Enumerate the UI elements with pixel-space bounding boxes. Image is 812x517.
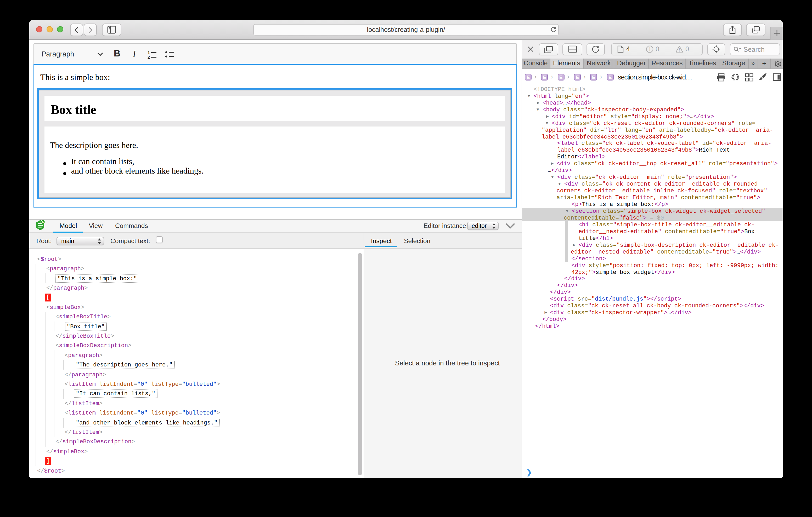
svg-text:5: 5 — [42, 221, 44, 224]
svg-text:!: ! — [649, 47, 650, 52]
svg-text:!: ! — [679, 47, 680, 52]
svg-text:1: 1 — [147, 51, 150, 55]
svg-text:2: 2 — [147, 55, 150, 59]
